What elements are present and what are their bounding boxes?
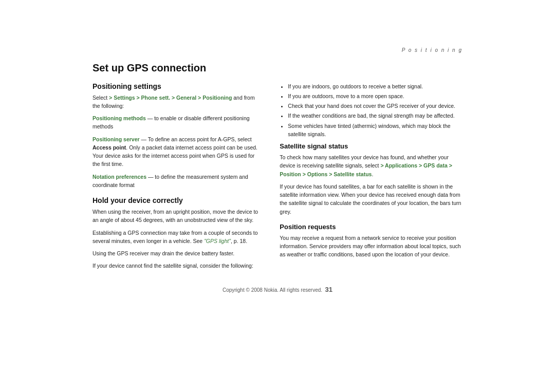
two-column-layout: Positioning settings Select > Settings >… [92, 82, 462, 277]
positioning-server-label: Positioning server [92, 136, 140, 142]
main-title: Set up GPS connection [92, 62, 462, 74]
list-item: Check that your hand does not cover the … [288, 102, 462, 110]
page-header: P o s i t i o n i n g [92, 47, 462, 53]
satellite-signal-para1: To check how many satellites your device… [280, 153, 462, 178]
position-requests-section: Position requests You may receive a requ… [280, 223, 462, 259]
hold-device-para4: If your device cannot find the satellite… [92, 262, 261, 270]
list-item: If you are indoors, go outdoors to recei… [288, 82, 462, 90]
hold-device-section: Hold your device correctly When using th… [92, 196, 261, 270]
hold-device-para1: When using the receiver, from an upright… [92, 208, 261, 225]
hold-device-title: Hold your device correctly [92, 196, 261, 204]
page-number: 31 [325, 286, 332, 293]
hold-device-para3: Using the GPS receiver may drain the dev… [92, 249, 261, 257]
footer-text: Copyright © 2008 Nokia. All rights reser… [223, 287, 322, 293]
satellite-tips-list: If you are indoors, go outdoors to recei… [280, 82, 462, 139]
document-page: P o s i t i o n i n g Set up GPS connect… [77, 37, 478, 356]
right-column: If you are indoors, go outdoors to recei… [280, 82, 462, 277]
list-item: If the weather conditions are bad, the s… [288, 111, 462, 120]
satellite-signal-title: Satellite signal status [280, 142, 462, 150]
positioning-settings-title: Positioning settings [92, 82, 261, 90]
satellite-signal-para2: If your device has found satellites, a b… [280, 182, 462, 216]
settings-menu-path: > Settings > Phone sett. > General > Pos… [107, 95, 232, 101]
position-requests-para1: You may receive a request from a network… [280, 234, 462, 259]
hold-device-para2: Establishing a GPS connection may take f… [92, 229, 261, 246]
list-item: Some vehicles have tinted (athermic) win… [288, 122, 462, 139]
positioning-settings-section: Positioning settings Select > Settings >… [92, 82, 261, 190]
positioning-methods-text: Positioning methods — to enable or disab… [92, 114, 261, 131]
notation-preferences-label: Notation preferences [92, 174, 146, 180]
positioning-server-text: Positioning server — To define an access… [92, 135, 261, 169]
list-item: If you are outdoors, move to a more open… [288, 92, 462, 100]
notation-preferences-text: Notation preferences — to define the mea… [92, 173, 261, 190]
header-label: P o s i t i o n i n g [402, 47, 462, 53]
satellite-signal-section: Satellite signal status To check how man… [280, 142, 462, 216]
page-footer: Copyright © 2008 Nokia. All rights reser… [92, 286, 462, 293]
positioning-settings-intro: Select > Settings > Phone sett. > Genera… [92, 94, 261, 110]
gps-light-link: "GPS light" [202, 238, 231, 244]
positioning-methods-label: Positioning methods [92, 115, 146, 121]
left-column: Positioning settings Select > Settings >… [92, 82, 261, 277]
position-requests-title: Position requests [280, 223, 462, 231]
